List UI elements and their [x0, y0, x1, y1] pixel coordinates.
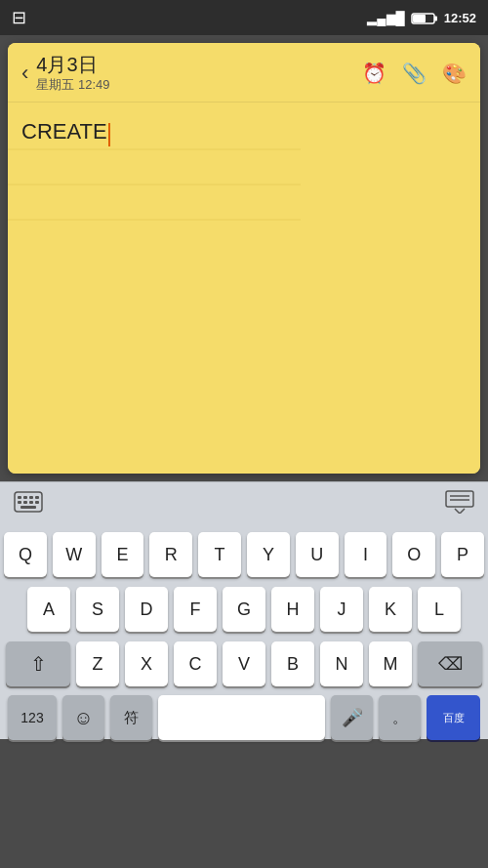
key-u[interactable]: U	[296, 532, 339, 577]
battery-icon	[411, 10, 438, 25]
key-p[interactable]: P	[441, 532, 484, 577]
key-123[interactable]: 123	[8, 695, 57, 740]
key-z[interactable]: Z	[76, 641, 119, 686]
key-l[interactable]: L	[418, 587, 461, 632]
key-b[interactable]: B	[271, 641, 314, 686]
note-container: ‹ 4月3日 星期五 12:49 ⏰ 📎 🎨 CREATE	[8, 43, 480, 474]
svg-rect-2	[413, 15, 426, 22]
key-fu[interactable]: 符	[110, 695, 152, 740]
key-mic[interactable]: 🎤	[331, 695, 373, 740]
note-content[interactable]: CREATE	[21, 114, 467, 148]
key-v[interactable]: V	[223, 641, 265, 686]
key-f[interactable]: F	[174, 587, 217, 632]
keyboard-row-3: ⇧ Z X C V B N M ⌫	[4, 641, 484, 686]
note-header-icons: ⏰ 📎 🎨	[362, 62, 467, 85]
space-key[interactable]	[158, 695, 326, 740]
keyboard-toggle-icon[interactable]	[14, 491, 43, 518]
svg-rect-14	[18, 496, 21, 499]
note-body[interactable]: CREATE	[8, 103, 480, 474]
key-period[interactable]: 。	[379, 695, 421, 740]
svg-rect-19	[23, 501, 27, 504]
attach-icon[interactable]: 📎	[402, 62, 427, 85]
note-date-sub: 星期五 12:49	[36, 76, 109, 94]
svg-rect-21	[35, 501, 39, 504]
shift-key[interactable]: ⇧	[6, 641, 70, 686]
key-j[interactable]: J	[320, 587, 363, 632]
note-date-block: 4月3日 星期五 12:49	[36, 53, 109, 94]
keyboard-hide-icon[interactable]	[445, 490, 474, 519]
svg-rect-18	[18, 501, 21, 504]
svg-rect-20	[29, 501, 33, 504]
note-date-main: 4月3日	[36, 53, 109, 76]
key-s[interactable]: S	[76, 587, 119, 632]
note-header-left: ‹ 4月3日 星期五 12:49	[21, 53, 109, 94]
key-m[interactable]: M	[369, 641, 412, 686]
status-left: ⊟	[12, 7, 26, 28]
key-w[interactable]: W	[53, 532, 96, 577]
svg-rect-22	[20, 506, 36, 509]
keyboard-toolbar	[0, 481, 488, 526]
svg-rect-16	[29, 496, 33, 499]
svg-rect-15	[23, 496, 27, 499]
key-k[interactable]: K	[369, 587, 412, 632]
note-header: ‹ 4月3日 星期五 12:49 ⏰ 📎 🎨	[8, 43, 480, 103]
key-t[interactable]: T	[198, 532, 241, 577]
key-r[interactable]: R	[149, 532, 192, 577]
key-baidu[interactable]: 百度	[427, 695, 480, 740]
key-y[interactable]: Y	[247, 532, 290, 577]
svg-rect-1	[434, 16, 437, 21]
backspace-key[interactable]: ⌫	[418, 641, 482, 686]
key-h[interactable]: H	[271, 587, 314, 632]
keyboard-row-2: A S D F G H J K L	[4, 587, 484, 632]
note-text: CREATE	[21, 119, 107, 144]
key-g[interactable]: G	[223, 587, 265, 632]
key-q[interactable]: Q	[4, 532, 47, 577]
text-cursor	[108, 123, 110, 146]
status-right: ▂▄▆█ 12:52	[367, 10, 476, 25]
back-button[interactable]: ‹	[21, 62, 28, 84]
key-i[interactable]: I	[345, 532, 387, 577]
keyboard-bottom-row: 123 ☺ 符 🎤 。 百度	[4, 696, 484, 739]
key-o[interactable]: O	[392, 532, 435, 577]
svg-rect-23	[446, 491, 473, 507]
key-e[interactable]: E	[102, 532, 144, 577]
status-bar: ⊟ ▂▄▆█ 12:52	[0, 0, 488, 35]
keyboard-row-1: Q W E R T Y U I O P	[4, 532, 484, 577]
key-emoji[interactable]: ☺	[62, 695, 104, 740]
signal-icon: ▂▄▆█	[367, 11, 404, 25]
palette-icon[interactable]: 🎨	[442, 62, 467, 85]
svg-rect-17	[35, 496, 39, 499]
key-c[interactable]: C	[174, 641, 217, 686]
key-n[interactable]: N	[320, 641, 363, 686]
app-icon: ⊟	[12, 7, 26, 28]
key-a[interactable]: A	[27, 587, 70, 632]
keyboard: Q W E R T Y U I O P A S D F G H J K L ⇧ …	[0, 526, 488, 739]
time-display: 12:52	[444, 11, 476, 25]
alarm-icon[interactable]: ⏰	[362, 62, 386, 85]
key-d[interactable]: D	[125, 587, 168, 632]
key-x[interactable]: X	[125, 641, 168, 686]
